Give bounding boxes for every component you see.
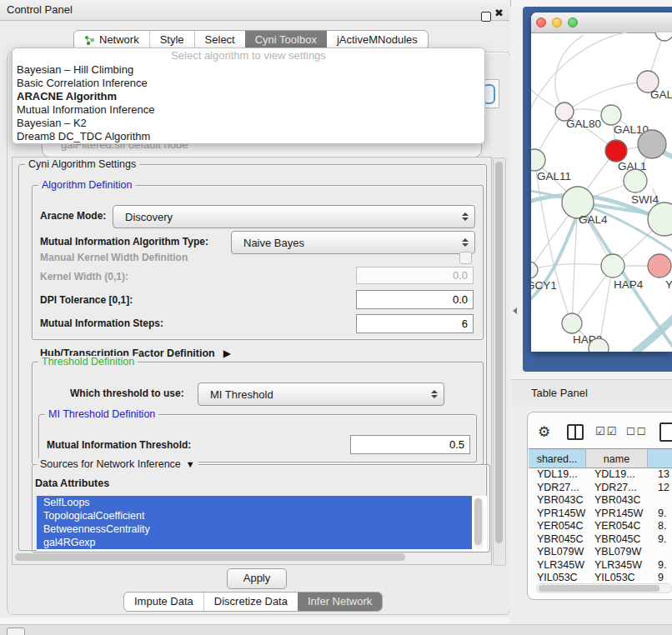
table-row[interactable]: YIL053CYIL053C9 xyxy=(529,572,672,583)
sources-toggle[interactable]: Sources for Network Inference▼ xyxy=(37,458,198,470)
tab-jactivemnodules[interactable]: jActiveMNodules xyxy=(327,31,428,49)
cyni-bottom-tabbar: Impute DataDiscretize DataInfer Network xyxy=(123,592,383,612)
table-cell: 13 xyxy=(658,468,669,482)
tab-infer-network[interactable]: Infer Network xyxy=(298,592,382,611)
scrollbar-thumb[interactable] xyxy=(539,585,659,592)
settings-vertical-scrollbar[interactable] xyxy=(493,158,506,566)
tab-network[interactable]: Network xyxy=(74,31,149,49)
zoom-traffic-light-icon[interactable] xyxy=(568,18,578,28)
algorithm-option[interactable]: Mutual Information Inference xyxy=(13,103,484,117)
minimize-traffic-light-icon[interactable] xyxy=(552,18,562,28)
document-icon[interactable] xyxy=(659,422,672,442)
mi-steps-label: Mutual Information Steps: xyxy=(40,318,163,329)
column-header[interactable] xyxy=(648,448,672,468)
table-row[interactable]: YER054CYER054C8. xyxy=(529,520,672,533)
network-node-gal11[interactable] xyxy=(531,149,545,171)
algorithm-dropdown-popup: Select algorithm to view settings Bayesi… xyxy=(12,48,485,144)
network-edge[interactable] xyxy=(531,160,534,270)
attribute-item[interactable]: BetweennessCentrality xyxy=(37,522,472,536)
tab-label: Network xyxy=(99,31,139,49)
table-row[interactable]: YLR345WYLR345W9. xyxy=(529,559,672,572)
columns-icon[interactable] xyxy=(567,424,584,440)
network-node-label: HAP4 xyxy=(614,278,644,291)
table-row[interactable]: YPR145WYPR145W9. xyxy=(529,508,672,521)
network-edge[interactable] xyxy=(531,264,613,270)
network-edge[interactable] xyxy=(555,35,584,112)
tab-style[interactable]: Style xyxy=(149,31,194,49)
tab-label: Style xyxy=(160,31,184,49)
table-cell: YIL053C xyxy=(594,572,635,583)
table-row[interactable]: YBR045CYBR045C9. xyxy=(529,533,672,547)
which-threshold-value: MI Threshold xyxy=(210,388,427,401)
gear-icon[interactable]: ⚙ xyxy=(538,423,550,441)
dock-mini-button[interactable] xyxy=(7,628,25,635)
algorithm-option[interactable]: ARACNE Algorithm xyxy=(13,90,484,103)
algorithm-option[interactable]: Bayesian – K2 xyxy=(13,117,484,130)
scrollbar-thumb[interactable] xyxy=(474,498,482,545)
table-cell: YPR145W xyxy=(537,508,585,521)
aracne-mode-label: Aracne Mode: xyxy=(40,210,106,222)
network-node-y[interactable] xyxy=(648,254,671,278)
expand-right-icon: ▶ xyxy=(223,348,231,359)
which-threshold-select[interactable]: MI Threshold xyxy=(198,382,444,406)
table-row[interactable]: YDR27...YDR27...12 xyxy=(529,482,672,495)
close-traffic-light-icon[interactable] xyxy=(536,18,546,28)
table-cell: YDR27... xyxy=(594,482,637,495)
table-row[interactable]: YBL079WYBL079W xyxy=(529,546,672,559)
tab-label: Discretize Data xyxy=(214,592,288,611)
algorithm-option[interactable]: Basic Correlation Inference xyxy=(13,77,484,90)
mi-threshold-input[interactable] xyxy=(350,435,470,454)
deselect-all-columns-icon[interactable]: ☐☐ xyxy=(626,426,648,438)
kernel-width-input[interactable] xyxy=(356,267,474,284)
table-cell: YPR145W xyxy=(594,508,643,521)
dpi-tolerance-input[interactable] xyxy=(356,290,474,309)
network-node-gal10[interactable] xyxy=(601,105,621,125)
sources-title: Sources for Network Inference xyxy=(40,458,181,470)
algorithm-option[interactable]: Dream8 DC_TDC Algorithm xyxy=(13,130,484,143)
table-cell: 9 xyxy=(658,572,664,583)
network-node-gcy1[interactable] xyxy=(531,262,538,278)
select-all-columns-icon[interactable]: ☑☑ xyxy=(595,425,618,438)
network-node-label: GAL4 xyxy=(579,213,608,226)
scrollbar-thumb[interactable] xyxy=(495,162,503,543)
attributes-scrollbar[interactable] xyxy=(474,498,484,549)
network-node[interactable] xyxy=(655,32,672,41)
tab-cyni-toolbox[interactable]: Cyni Toolbox xyxy=(245,31,327,49)
close-icon[interactable]: ✖ xyxy=(494,7,504,19)
network-node-hap4[interactable] xyxy=(601,254,624,278)
mi-threshold-label: Mutual Information Threshold: xyxy=(47,439,191,451)
network-node-hap2[interactable] xyxy=(562,313,582,333)
attribute-item[interactable]: gal4RGexp xyxy=(37,536,472,549)
network-node-swi4[interactable] xyxy=(624,169,647,192)
column-header[interactable]: shared... xyxy=(529,448,586,468)
mi-algorithm-type-select[interactable]: Naive Bayes xyxy=(231,231,475,254)
algorithm-option[interactable]: Bayesian – Hill Climbing xyxy=(13,63,484,77)
float-window-icon[interactable] xyxy=(481,12,491,22)
tab-impute-data[interactable]: Impute Data xyxy=(124,592,203,611)
tab-discretize-data[interactable]: Discretize Data xyxy=(203,592,298,611)
network-node[interactable] xyxy=(638,130,666,158)
network-canvas[interactable]: GALGAL80GAL10GAL1GAL11SWI4GAL4GCY1HAP4YH… xyxy=(531,32,672,352)
apply-button[interactable]: Apply xyxy=(227,568,287,589)
mi-steps-input[interactable] xyxy=(356,314,474,333)
tab-select[interactable]: Select xyxy=(194,31,245,49)
attribute-item[interactable]: SelfLoops xyxy=(37,496,472,509)
table-horizontal-scrollbar[interactable] xyxy=(536,583,672,593)
stepper-arrows-icon xyxy=(427,390,442,398)
manual-kernel-checkbox[interactable] xyxy=(459,252,472,264)
splitter-collapse-icon[interactable] xyxy=(513,308,517,314)
aracne-mode-select[interactable]: Discovery xyxy=(113,205,475,228)
mi-threshold-definition-title: MI Threshold Definition xyxy=(45,408,158,420)
table-cell: YDL19... xyxy=(594,468,635,482)
stepper-arrows-icon xyxy=(458,238,473,247)
network-window-titlebar[interactable] xyxy=(531,12,672,33)
table-row[interactable]: YBR043CYBR043C xyxy=(529,494,672,508)
table-row[interactable]: YDL19...YDL19...13 xyxy=(529,468,672,482)
table-cell: 9. xyxy=(658,533,666,547)
column-header[interactable]: name xyxy=(586,448,648,468)
data-attributes-list[interactable]: SelfLoopsTopologicalCoefficientBetweenne… xyxy=(37,496,487,551)
attribute-item[interactable]: TopologicalCoefficient xyxy=(37,509,472,522)
settings-horizontal-scrollbar[interactable] xyxy=(15,553,405,561)
network-node-gal1[interactable] xyxy=(605,140,627,162)
tab-label: Cyni Toolbox xyxy=(255,31,317,49)
